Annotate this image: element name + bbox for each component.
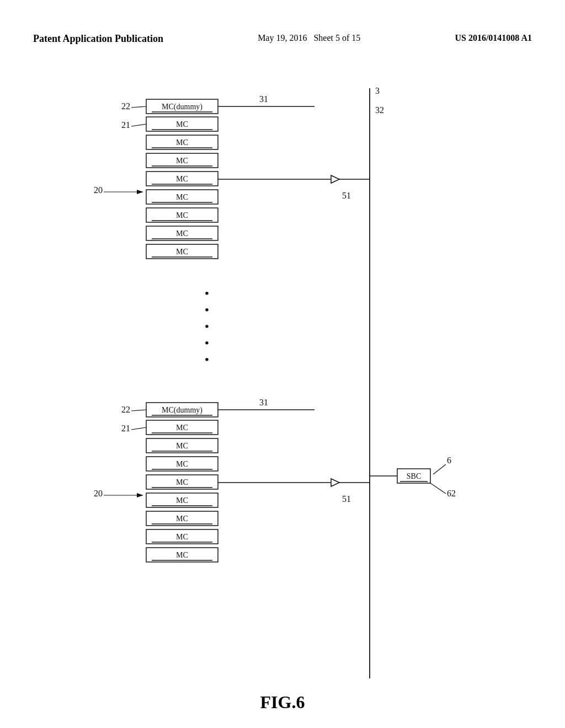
label-31-bot: 31 bbox=[259, 398, 268, 407]
svg-line-72 bbox=[430, 483, 446, 494]
header-center: May 19, 2016 Sheet 5 of 15 bbox=[258, 33, 360, 43]
svg-text:MC: MC bbox=[176, 248, 188, 256]
svg-text:MC: MC bbox=[176, 551, 188, 559]
svg-text:MC: MC bbox=[176, 533, 188, 541]
sheet-info: Sheet 5 of 15 bbox=[313, 33, 360, 42]
dots-4: • bbox=[205, 336, 209, 350]
svg-text:MC: MC bbox=[176, 120, 188, 129]
diagram-svg: text { font-family: 'Times New Roman', T… bbox=[44, 83, 530, 695]
pub-date: May 19, 2016 bbox=[258, 33, 307, 42]
dots-2: • bbox=[205, 303, 209, 317]
svg-marker-29 bbox=[137, 190, 143, 194]
svg-text:MC: MC bbox=[176, 157, 188, 165]
label-20-top: 20 bbox=[94, 185, 103, 195]
sbc-text: SBC bbox=[407, 472, 421, 480]
svg-text:MC: MC bbox=[176, 442, 188, 450]
label-51-bot: 51 bbox=[342, 494, 351, 504]
label-22-bot: 22 bbox=[121, 405, 130, 414]
label-21-bot: 21 bbox=[121, 424, 130, 433]
diagram-container: text { font-family: 'Times New Roman', T… bbox=[44, 83, 530, 695]
mc-dummy-bot-text: MC(dummy) bbox=[162, 406, 202, 415]
svg-text:MC: MC bbox=[176, 424, 188, 432]
label-6: 6 bbox=[447, 456, 451, 465]
publication-title: Patent Application Publication bbox=[33, 33, 163, 45]
dots-5: • bbox=[205, 352, 209, 367]
label-51-top: 51 bbox=[342, 191, 351, 200]
svg-marker-33 bbox=[331, 175, 339, 183]
svg-line-71 bbox=[433, 464, 446, 474]
svg-text:MC: MC bbox=[176, 229, 188, 238]
label-21-top: 21 bbox=[121, 120, 130, 130]
page-header: Patent Application Publication May 19, 2… bbox=[0, 33, 565, 45]
label-32: 32 bbox=[375, 105, 384, 115]
label-3: 3 bbox=[375, 86, 380, 95]
label-22-top: 22 bbox=[121, 101, 130, 111]
svg-line-37 bbox=[131, 410, 146, 411]
label-31-top: 31 bbox=[259, 94, 268, 104]
svg-line-2 bbox=[131, 106, 146, 108]
dots-1: • bbox=[205, 286, 209, 301]
svg-text:MC: MC bbox=[176, 515, 188, 523]
dots-3: • bbox=[205, 319, 209, 334]
svg-text:MC: MC bbox=[176, 138, 188, 147]
figure-label: FIG.6 bbox=[0, 692, 565, 713]
page: Patent Application Publication May 19, 2… bbox=[0, 0, 565, 728]
svg-text:MC: MC bbox=[176, 496, 188, 505]
label-62: 62 bbox=[447, 489, 456, 498]
svg-line-38 bbox=[131, 427, 146, 430]
svg-text:MC: MC bbox=[176, 211, 188, 220]
label-20-bot: 20 bbox=[94, 489, 103, 498]
svg-text:MC: MC bbox=[176, 460, 188, 468]
svg-text:MC: MC bbox=[176, 193, 188, 201]
svg-marker-67 bbox=[331, 479, 339, 486]
svg-marker-64 bbox=[137, 493, 143, 497]
mc-dummy-top-text: MC(dummy) bbox=[162, 103, 202, 111]
patent-number: US 2016/0141008 A1 bbox=[455, 33, 532, 43]
svg-line-3 bbox=[131, 124, 146, 126]
svg-text:MC: MC bbox=[176, 478, 188, 486]
svg-text:MC: MC bbox=[176, 175, 188, 183]
